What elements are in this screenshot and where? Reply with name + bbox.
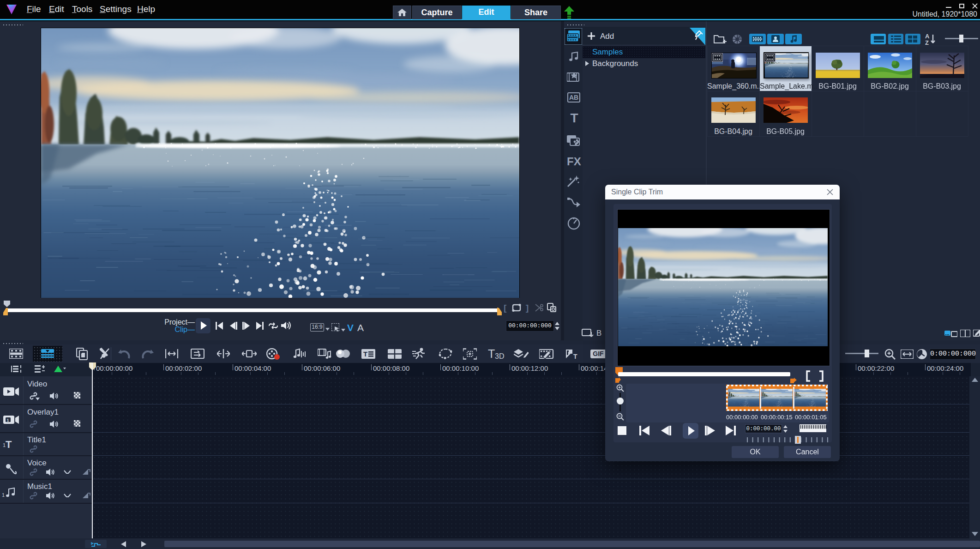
svg-text:T: T <box>488 349 495 359</box>
svg-text:T: T <box>573 353 577 359</box>
svg-text:1: 1 <box>7 418 9 422</box>
svg-text:Z: Z <box>925 39 929 45</box>
svg-text:A: A <box>925 33 930 40</box>
svg-text:3D: 3D <box>495 352 504 359</box>
